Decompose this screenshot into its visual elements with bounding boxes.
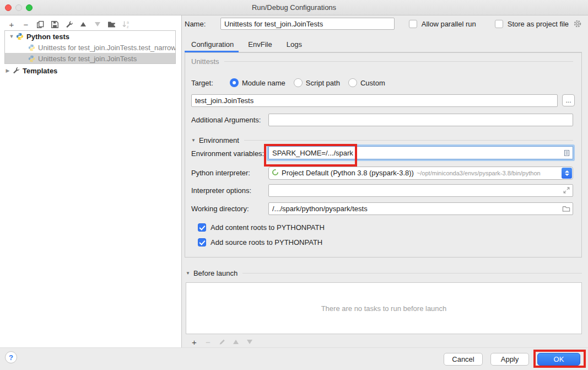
move-up-icon[interactable] <box>76 19 90 30</box>
help-button[interactable]: ? <box>5 351 17 363</box>
additional-arguments-input[interactable] <box>268 114 573 126</box>
environment-variables-row: Environment variables: <box>191 146 573 161</box>
window-title: Run/Debug Configurations <box>0 3 588 12</box>
ok-button[interactable]: OK <box>537 353 580 366</box>
environment-variables-label: Environment variables: <box>191 149 268 158</box>
python-test-icon <box>28 55 35 62</box>
working-directory-label: Working directory: <box>191 205 268 213</box>
remove-task-button[interactable]: − <box>201 336 215 347</box>
allow-parallel-run-checkbox[interactable] <box>409 20 417 28</box>
before-launch-toolbar: + − <box>187 336 256 347</box>
target-label: Target: <box>191 79 230 87</box>
section-collapse-icon[interactable]: ▼ <box>191 138 196 143</box>
unittests-section-label: Unittests <box>191 57 219 66</box>
tab-envfile[interactable]: EnvFile <box>241 38 279 53</box>
interpreter-path: ~/opt/miniconda3/envs/pyspark-3.8/bin/py… <box>417 170 541 176</box>
target-option-module-name[interactable]: Module name <box>230 78 285 87</box>
name-label: Name: <box>185 20 220 28</box>
interpreter-dropdown-button[interactable] <box>562 168 572 179</box>
apply-button[interactable]: Apply <box>490 353 529 366</box>
python-interpreter-row: Python interpreter: Project Default (Pyt… <box>191 166 573 180</box>
copy-configuration-icon[interactable] <box>33 19 47 30</box>
source-roots-checkbox[interactable] <box>198 238 206 246</box>
interpreter-options-label: Interpreter options: <box>191 186 268 195</box>
run-debug-configurations-dialog: Run/Debug Configurations + − az <box>0 0 588 370</box>
target-value-row: ... <box>191 94 575 107</box>
edit-templates-icon[interactable] <box>62 19 76 30</box>
tree-node-jointests-selected[interactable]: Unittests for test_join.JoinTests <box>5 53 175 64</box>
sort-configurations-icon[interactable]: az <box>119 19 133 30</box>
interpreter-options-row: Interpreter options: <box>191 184 573 197</box>
edit-env-vars-icon[interactable] <box>563 149 570 158</box>
interpreter-value: Project Default (Python 3.8 (pyspark-3.8… <box>282 169 414 177</box>
add-configuration-button[interactable]: + <box>4 19 19 30</box>
working-directory-input[interactable] <box>268 202 573 215</box>
tree-node-test-narrow[interactable]: Unittests for test_join.JoinTests.test_n… <box>5 42 175 53</box>
interpreter-options-input[interactable] <box>268 184 573 197</box>
sidebar-toolbar: + − az <box>4 19 133 30</box>
dialog-footer: ? Cancel Apply OK <box>0 347 588 370</box>
source-roots-row[interactable]: Add source roots to PYTHONPATH <box>193 238 573 246</box>
python-test-icon <box>28 44 35 51</box>
tab-logs[interactable]: Logs <box>279 38 309 53</box>
additional-arguments-row: Additional Arguments: <box>191 113 573 126</box>
store-as-project-file-label: Store as project file <box>508 20 569 28</box>
target-option-script-path[interactable]: Script path <box>294 78 340 87</box>
cancel-button[interactable]: Cancel <box>444 353 483 366</box>
move-task-down-icon[interactable] <box>242 336 256 347</box>
radio-custom[interactable] <box>348 78 357 87</box>
python-interpreter-label: Python interpreter: <box>191 169 268 177</box>
environment-section-label: Environment <box>199 136 239 144</box>
tree-node-python-tests[interactable]: ▼ Python tests <box>5 31 175 42</box>
store-options-gear-icon[interactable] <box>573 19 582 28</box>
configurations-tree: ▼ Python tests Unittests for test_join.J… <box>4 30 176 64</box>
move-down-icon[interactable] <box>90 19 105 30</box>
interpreter-env-icon <box>272 169 279 178</box>
add-task-button[interactable]: + <box>187 336 201 347</box>
tree-node-templates[interactable]: ▶ Templates <box>4 65 176 76</box>
environment-variables-input[interactable] <box>268 146 573 159</box>
expand-field-icon[interactable] <box>563 186 570 196</box>
target-option-custom[interactable]: Custom <box>348 78 385 87</box>
content-roots-checkbox[interactable] <box>198 223 206 232</box>
content-roots-row[interactable]: Add content roots to PYTHONPATH <box>193 223 573 232</box>
python-interpreter-select[interactable]: Project Default (Python 3.8 (pyspark-3.8… <box>268 167 573 180</box>
templates-wrench-icon <box>12 67 20 74</box>
before-launch-header[interactable]: ▼ Before launch <box>186 269 582 277</box>
configuration-panel: Unittests Target: Module name Script pat… <box>185 52 582 258</box>
radio-script-path[interactable] <box>294 78 303 87</box>
unittests-section-header: Unittests <box>191 57 573 66</box>
move-task-up-icon[interactable] <box>229 336 242 347</box>
content-roots-label: Add content roots to PYTHONPATH <box>211 223 325 232</box>
new-folder-icon[interactable] <box>105 19 119 30</box>
svg-text:z: z <box>127 25 129 29</box>
save-configuration-icon[interactable] <box>47 19 62 30</box>
additional-arguments-label: Additional Arguments: <box>191 116 268 124</box>
folder-browse-icon[interactable] <box>562 205 570 215</box>
allow-parallel-run-label: Allow parallel run <box>422 20 476 28</box>
edit-task-icon[interactable] <box>215 336 229 347</box>
configurations-sidebar: + − az ▼ <box>0 15 182 347</box>
radio-module-name[interactable] <box>230 78 239 87</box>
environment-section-header[interactable]: ▼ Environment <box>191 136 573 144</box>
target-value-input[interactable] <box>191 94 558 107</box>
tree-node-label: Templates <box>23 67 57 75</box>
expand-arrow-icon[interactable]: ▼ <box>8 34 15 39</box>
before-launch-empty-text: There are no tasks to run before launch <box>321 304 447 313</box>
browse-target-button[interactable]: ... <box>562 94 575 106</box>
python-tests-icon <box>16 33 24 40</box>
collapse-arrow-icon[interactable]: ▶ <box>4 68 11 73</box>
source-roots-label: Add source roots to PYTHONPATH <box>211 238 322 246</box>
target-row: Target: Module name Script path Custom <box>191 77 573 88</box>
before-launch-label: Before launch <box>193 269 238 277</box>
name-input[interactable] <box>220 18 395 30</box>
tree-node-label: Unittests for test_join.JoinTests <box>38 55 137 63</box>
tree-node-label: Unittests for test_join.JoinTests.test_n… <box>38 44 175 52</box>
titlebar: Run/Debug Configurations <box>0 0 588 15</box>
svg-text:a: a <box>127 20 129 24</box>
tree-node-label: Python tests <box>26 33 69 41</box>
remove-configuration-button[interactable]: − <box>19 19 33 30</box>
section-collapse-icon[interactable]: ▼ <box>186 271 190 276</box>
store-as-project-file-checkbox[interactable] <box>495 20 503 28</box>
before-launch-task-list: There are no tasks to run before launch <box>186 282 582 334</box>
